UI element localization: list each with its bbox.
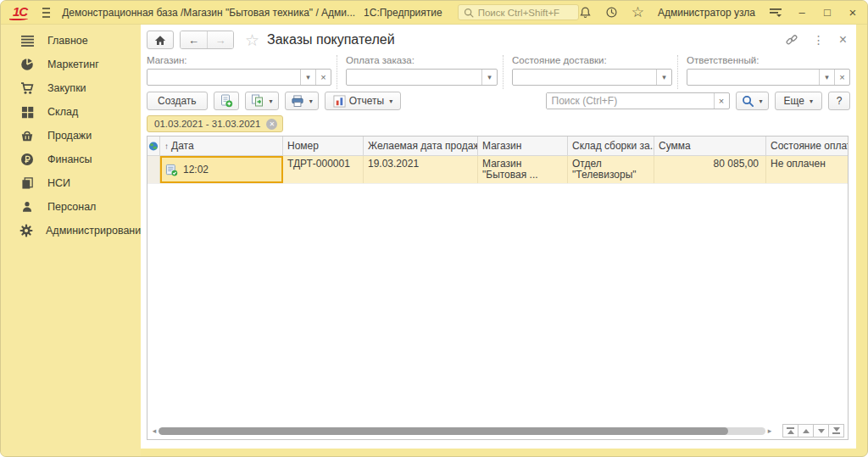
close-panel-icon[interactable]: × xyxy=(839,33,847,47)
copy-icon xyxy=(251,94,264,108)
payment-status-cell[interactable]: Не оплачен xyxy=(766,156,848,183)
1c-logo: 1С xyxy=(9,4,31,20)
desired-date-cell[interactable]: 19.03.2021 xyxy=(364,156,478,183)
magnifier-icon xyxy=(742,95,754,108)
column-header-store[interactable]: Магазин xyxy=(478,137,568,155)
print-dropdown-icon[interactable]: ▾ xyxy=(309,98,313,105)
history-icon[interactable] xyxy=(605,6,618,19)
amount-cell[interactable]: 80 085,00 xyxy=(654,156,766,183)
column-header-payment-status[interactable]: Состояние оплаты xyxy=(766,137,848,155)
filter-store: Магазин: ▾ × xyxy=(147,55,337,89)
column-header-warehouse[interactable]: Склад сборки за... xyxy=(568,137,654,155)
payment-filter-input[interactable]: ▾ xyxy=(346,69,498,86)
home-button[interactable] xyxy=(147,31,174,49)
sidebar-item-sklad[interactable]: Склад xyxy=(1,100,141,124)
column-header-number[interactable]: Номер xyxy=(283,137,364,155)
favorites-star-icon[interactable]: ☆ xyxy=(632,5,644,20)
filter-responsible: Ответственный: ▾ × xyxy=(677,55,850,89)
copy-dropdown-icon[interactable]: ▾ xyxy=(270,98,273,105)
table-header: ↑ Дата Номер Желаемая дата продажи Магаз… xyxy=(147,137,848,156)
list-search[interactable]: × xyxy=(546,92,730,109)
row-down-button[interactable] xyxy=(813,424,829,437)
print-button[interactable]: ▾ xyxy=(285,92,319,110)
scrollbar-thumb[interactable] xyxy=(159,427,728,435)
filter-payment: Оплата заказа: ▾ xyxy=(337,55,503,89)
more-dropdown-icon[interactable]: ▾ xyxy=(810,98,813,105)
create-button[interactable]: Создать xyxy=(147,92,208,110)
go-to-top-button[interactable] xyxy=(782,424,798,437)
store-filter-input[interactable]: ▾ × xyxy=(147,69,331,86)
responsible-dropdown-icon[interactable]: ▾ xyxy=(819,70,834,85)
more-button[interactable]: Еще ▾ xyxy=(775,92,822,110)
help-button[interactable]: ? xyxy=(828,92,850,110)
service-menu-icon[interactable] xyxy=(769,7,782,19)
advanced-search-button[interactable]: ▾ xyxy=(736,92,769,110)
column-header-amount[interactable]: Сумма xyxy=(654,137,766,155)
sidebar-item-personal[interactable]: Персонал xyxy=(1,195,141,219)
sidebar: Главное Маркетинг Закупки Склад Продажи xyxy=(1,25,141,456)
scroll-right-icon[interactable]: ▸ xyxy=(765,426,774,435)
back-button[interactable]: ← xyxy=(181,31,207,48)
date-cell-selected[interactable]: 12:02 xyxy=(160,156,283,183)
sidebar-item-glavnoe[interactable]: Главное xyxy=(1,29,141,53)
sidebar-item-finansy[interactable]: Финансы xyxy=(1,148,141,171)
delivery-dropdown-icon[interactable]: ▾ xyxy=(656,70,671,85)
warehouse-cell[interactable]: Отдел "Телевизоры" xyxy=(568,156,654,183)
horizontal-scrollbar[interactable] xyxy=(159,427,765,435)
store-dropdown-icon[interactable]: ▾ xyxy=(300,70,315,85)
period-filter-chip[interactable]: 01.03.2021 - 31.03.2021 ✕ xyxy=(147,115,283,132)
get-link-icon[interactable] xyxy=(785,33,798,47)
document-add-icon xyxy=(220,94,233,108)
topbar: 1С Демонстрационная база /Магазин "Бытов… xyxy=(1,1,867,25)
forward-button[interactable]: → xyxy=(207,31,233,48)
responsible-clear-icon[interactable]: × xyxy=(834,70,849,85)
minimize-button[interactable]: – xyxy=(796,6,808,19)
copy-button[interactable]: ▾ xyxy=(245,92,279,110)
responsible-filter-input[interactable]: ▾ × xyxy=(687,69,850,86)
table-row[interactable]: 12:02 ТДРТ-000001 19.03.2021 Магазин "Бы… xyxy=(147,156,848,184)
reports-button[interactable]: Отчеты ▾ xyxy=(325,92,402,110)
list-search-input[interactable] xyxy=(547,93,714,109)
row-navigation-buttons xyxy=(782,424,844,437)
orders-panel: ← → ☆ Заказы покупателей ⋮ × Магазин: ▾ … xyxy=(141,25,856,449)
store-cell[interactable]: Магазин "Бытовая ... xyxy=(478,156,568,183)
payment-dropdown-icon[interactable]: ▾ xyxy=(481,70,497,85)
delivery-filter-input[interactable]: ▾ xyxy=(512,69,672,86)
1c-logo-text: 1С xyxy=(13,4,27,19)
scroll-left-icon[interactable]: ◂ xyxy=(150,426,159,435)
main-menu-icon[interactable] xyxy=(42,5,50,20)
sidebar-item-prodazhi[interactable]: Продажи xyxy=(1,124,141,148)
list-toolbar: Создать ▾ ▾ Отчеты ▾ × xyxy=(147,92,850,110)
search-icon xyxy=(464,8,474,18)
window-title: Демонстрационная база /Магазин "Бытовая … xyxy=(62,7,355,19)
books-icon xyxy=(19,176,35,190)
sidebar-item-nsi[interactable]: НСИ xyxy=(1,171,141,195)
add-favorite-star-icon[interactable]: ☆ xyxy=(245,32,259,48)
current-user[interactable]: Администратор узла xyxy=(658,7,755,19)
exchange-status-column[interactable] xyxy=(147,137,160,155)
sidebar-item-zakupki[interactable]: Закупки xyxy=(1,76,141,100)
close-window-button[interactable]: × xyxy=(847,5,859,20)
row-up-button[interactable] xyxy=(798,424,814,437)
list-search-clear-icon[interactable]: × xyxy=(714,93,729,109)
pie-chart-icon xyxy=(19,58,35,71)
column-header-desired-date[interactable]: Желаемая дата продажи xyxy=(364,137,478,155)
create-new-button[interactable] xyxy=(214,92,239,110)
person-icon xyxy=(19,200,35,214)
panel-header-actions: ⋮ × xyxy=(785,33,850,47)
reports-dropdown-icon[interactable]: ▾ xyxy=(389,98,392,105)
sidebar-item-marketing[interactable]: Маркетинг xyxy=(1,53,141,76)
page-title: Заказы покупателей xyxy=(267,32,395,47)
remove-period-filter-icon[interactable]: ✕ xyxy=(266,119,277,130)
notifications-bell-icon[interactable] xyxy=(579,6,592,19)
column-header-date[interactable]: ↑ Дата xyxy=(160,137,283,155)
global-search[interactable] xyxy=(458,4,579,20)
number-cell[interactable]: ТДРТ-000001 xyxy=(283,156,364,183)
kebab-menu-icon[interactable]: ⋮ xyxy=(813,34,825,46)
store-clear-icon[interactable]: × xyxy=(315,70,331,85)
search-dropdown-icon[interactable]: ▾ xyxy=(760,98,763,105)
global-search-input[interactable] xyxy=(478,8,573,18)
maximize-button[interactable]: □ xyxy=(821,6,833,19)
go-to-bottom-button[interactable] xyxy=(828,424,844,437)
sidebar-item-administrirovanie[interactable]: Администрирование xyxy=(1,219,141,242)
